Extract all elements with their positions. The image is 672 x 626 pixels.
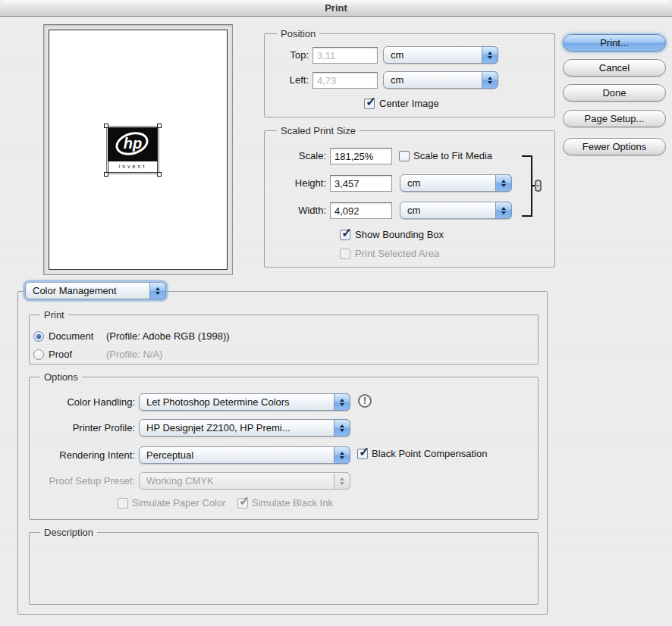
top-unit-popup[interactable]: cm xyxy=(383,46,498,64)
document-label: Document xyxy=(49,328,93,345)
scale-to-fit-media-checkbox[interactable] xyxy=(399,151,410,161)
rendering-intent-value: Perceptual xyxy=(146,447,193,463)
top-input[interactable] xyxy=(312,47,378,64)
show-bounding-box-label: Show Bounding Box xyxy=(355,227,444,243)
center-image-checkbox[interactable] xyxy=(364,99,375,109)
options-section-legend: Options xyxy=(40,371,82,383)
print-section-legend: Print xyxy=(40,308,68,321)
stepper-arrows-icon xyxy=(482,46,498,64)
proof-radio[interactable] xyxy=(33,349,44,360)
black-point-compensation-label: Black Point Compensation xyxy=(372,446,487,462)
color-handling-value: Let Photoshop Determine Colors xyxy=(146,394,290,410)
color-handling-popup[interactable]: Let Photoshop Determine Colors xyxy=(139,393,350,411)
color-handling-label: Color Handling: xyxy=(30,394,135,411)
document-profile-text: (Profile: Adobe RGB (1998)) xyxy=(106,328,230,345)
info-icon[interactable]: ! xyxy=(358,394,372,408)
stepper-arrows-icon xyxy=(482,71,498,89)
stepper-arrows-icon xyxy=(495,174,512,192)
top-label: Top: xyxy=(267,47,309,64)
section-selector-value: Color Management xyxy=(33,283,117,299)
rendering-intent-label: Rendering Intent: xyxy=(30,447,135,464)
proof-setup-preset-popup: Working CMYK xyxy=(139,472,350,490)
proof-label: Proof xyxy=(49,346,72,363)
bounding-box-handle-top-left[interactable] xyxy=(104,124,108,128)
black-point-compensation-checkbox[interactable] xyxy=(357,449,368,459)
description-legend: Description xyxy=(40,526,97,539)
print-preview: hp invent xyxy=(43,24,233,275)
proof-profile-text: (Profile: N/A) xyxy=(106,346,162,363)
stepper-arrows-icon xyxy=(334,419,350,437)
position-legend: Position xyxy=(277,27,319,40)
print-selected-area-label: Print Selected Area xyxy=(355,246,439,262)
section-selector-popup[interactable]: Color Management xyxy=(25,282,166,299)
left-unit-popup[interactable]: cm xyxy=(383,71,498,89)
stepper-arrows-icon xyxy=(149,282,166,299)
bounding-box-handle-top-right[interactable] xyxy=(157,124,162,128)
simulate-black-ink-label: Simulate Black Ink xyxy=(252,495,333,512)
dimension-link-bracket xyxy=(522,155,532,217)
bounding-box-outline xyxy=(106,126,159,174)
scale-label: Scale: xyxy=(267,148,326,164)
print-dialog: Print hp invent Position Top: cm Le xyxy=(0,0,672,626)
print-content-hp-logo[interactable]: hp invent xyxy=(108,127,158,173)
description-group: Description xyxy=(29,532,539,605)
bounding-box-handle-bottom-right[interactable] xyxy=(157,172,162,177)
top-unit-value: cm xyxy=(391,47,404,63)
stepper-arrows-icon xyxy=(334,446,350,464)
scale-to-fit-media-label: Scale to Fit Media xyxy=(413,148,492,164)
stepper-arrows-icon xyxy=(334,472,350,490)
height-unit-value: cm xyxy=(407,175,420,191)
stepper-arrows-icon xyxy=(334,393,350,411)
height-label: Height: xyxy=(267,175,326,192)
width-label: Width: xyxy=(267,202,326,219)
bounding-box-handle-bottom-left[interactable] xyxy=(104,172,108,177)
height-input[interactable] xyxy=(330,175,392,192)
left-unit-value: cm xyxy=(391,72,404,88)
simulate-paper-color-checkbox xyxy=(118,498,128,509)
print-selected-area-checkbox xyxy=(340,249,350,259)
print-section-group: Print xyxy=(29,315,539,365)
preview-page: hp invent xyxy=(49,30,228,270)
printer-profile-label: Printer Profile: xyxy=(30,420,135,437)
scale-input[interactable] xyxy=(330,148,392,164)
simulate-paper-color-label: Simulate Paper Color xyxy=(132,495,226,512)
simulate-black-ink-checkbox xyxy=(237,498,248,509)
height-unit-popup[interactable]: cm xyxy=(400,174,512,192)
center-image-label: Center Image xyxy=(379,95,439,112)
printer-profile-value: HP Designjet Z2100, HP Premi... xyxy=(146,420,290,436)
page-setup-button[interactable]: Page Setup... xyxy=(563,110,666,127)
show-bounding-box-checkbox[interactable] xyxy=(340,230,350,240)
cancel-button[interactable]: Cancel xyxy=(563,59,666,77)
fewer-options-button[interactable]: Fewer Options xyxy=(563,138,666,155)
titlebar[interactable]: Print xyxy=(0,0,672,17)
printer-profile-popup[interactable]: HP Designjet Z2100, HP Premi... xyxy=(139,419,350,437)
left-input[interactable] xyxy=(312,72,378,89)
rendering-intent-popup[interactable]: Perceptual xyxy=(139,446,350,464)
link-chain-icon xyxy=(535,180,542,192)
width-input[interactable] xyxy=(330,202,392,219)
window-title: Print xyxy=(325,2,347,14)
width-unit-popup[interactable]: cm xyxy=(400,202,512,219)
proof-setup-preset-label: Proof Setup Preset: xyxy=(23,473,135,490)
document-radio[interactable] xyxy=(33,331,44,342)
proof-setup-preset-value: Working CMYK xyxy=(146,473,214,489)
left-label: Left: xyxy=(267,72,309,89)
scaled-print-size-legend: Scaled Print Size xyxy=(277,124,360,137)
width-unit-value: cm xyxy=(407,202,420,218)
done-button[interactable]: Done xyxy=(563,84,666,102)
print-button[interactable]: Print... xyxy=(563,34,666,52)
stepper-arrows-icon xyxy=(495,202,512,219)
